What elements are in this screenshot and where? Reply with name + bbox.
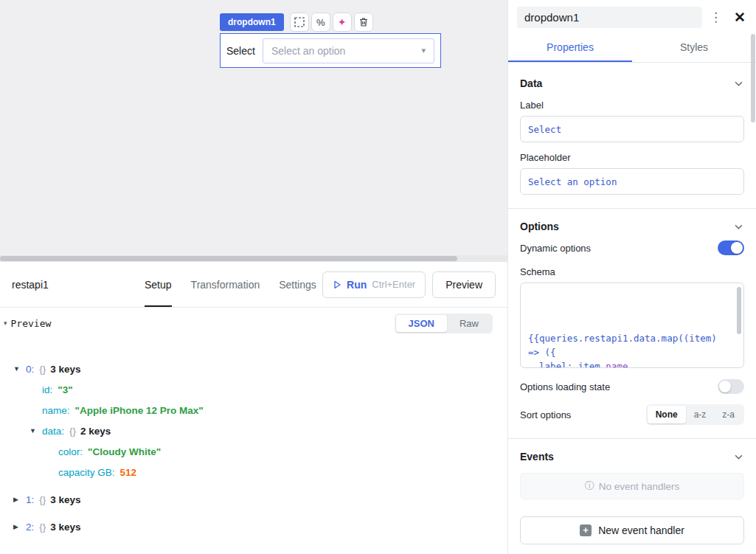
placeholder-input[interactable]: Select an option — [520, 168, 744, 195]
preview-bar: ▾ Preview JSONRaw — [0, 308, 507, 339]
delete-widget-button[interactable] — [354, 13, 373, 32]
section-divider — [508, 438, 756, 439]
tree-braces: {} — [69, 426, 76, 437]
info-icon: ⓘ — [585, 479, 594, 493]
json-tree-row[interactable]: ▶2:{}3 keys — [10, 516, 507, 537]
dropdown-widget-label: Select — [226, 45, 255, 57]
chevron-down-icon[interactable] — [733, 449, 744, 463]
tree-braces: {} — [39, 364, 46, 375]
preview-mode-json[interactable]: JSON — [396, 315, 447, 332]
query-tabs: SetupTransformationSettings — [145, 262, 316, 307]
dropdown-widget[interactable]: Select Select an option ▾ — [220, 33, 441, 68]
inspector-tab-styles[interactable]: Styles — [632, 34, 756, 62]
run-label: Run — [347, 279, 367, 291]
widget-toolbar: % ✦ — [290, 13, 373, 32]
json-tree-row[interactable]: ▼data:{}2 keys — [10, 420, 507, 441]
no-event-handlers-text: No event handlers — [599, 481, 680, 492]
dynamic-options-toggle[interactable] — [718, 240, 744, 255]
preview-mode-raw[interactable]: Raw — [447, 315, 491, 332]
query-header: restapi1 SetupTransformationSettings Run… — [0, 262, 507, 308]
collapse-icon[interactable]: ▼ — [30, 427, 42, 434]
tree-key: capacity GB: — [58, 467, 115, 478]
sort-options-label: Sort options — [520, 409, 571, 420]
query-tab-settings[interactable]: Settings — [279, 262, 316, 307]
options-loading-label: Options loading state — [520, 381, 610, 392]
tree-keys-count: 3 keys — [50, 494, 80, 505]
tree-key: name: — [42, 405, 70, 416]
close-icon[interactable]: ✕ — [729, 9, 750, 26]
sort-option-none[interactable]: None — [648, 406, 686, 423]
widget-chrome: dropdown1 % ✦ — [220, 13, 373, 32]
kebab-menu-icon[interactable]: ⋮ — [705, 10, 726, 25]
trash-icon — [358, 17, 369, 27]
section-divider — [508, 208, 756, 209]
data-section-title: Data — [520, 77, 542, 89]
play-icon — [333, 280, 341, 289]
json-tree-row[interactable]: ▶1:{}3 keys — [10, 489, 507, 510]
canvas[interactable]: dropdown1 % ✦ Select Select an option ▾ — [0, 0, 507, 262]
placeholder-field-label: Placeholder — [520, 152, 744, 163]
label-field-label: Label — [520, 100, 744, 111]
chevron-down-icon[interactable] — [733, 219, 744, 233]
json-tree-row: capacity GB:512 — [10, 462, 507, 482]
horizontal-scrollbar[interactable] — [0, 255, 507, 262]
query-panel: restapi1 SetupTransformationSettings Run… — [0, 262, 507, 554]
new-event-handler-button[interactable]: + New event handler — [520, 516, 744, 544]
code-line: => ({ — [528, 345, 736, 359]
new-event-handler-label: New event handler — [598, 524, 684, 536]
query-name: restapi1 — [12, 279, 119, 291]
code-editor-scrollbar[interactable] — [737, 287, 741, 334]
tree-keys-count: 3 keys — [50, 522, 80, 533]
tree-key: 0: — [26, 364, 34, 375]
percent-icon[interactable]: % — [311, 13, 330, 32]
dynamic-options-label: Dynamic options — [520, 243, 591, 254]
no-event-handlers-box: ⓘ No event handlers — [520, 473, 744, 499]
run-button[interactable]: Run Ctrl+Enter — [322, 271, 426, 298]
preview-mode-toggle: JSONRaw — [395, 314, 493, 333]
app-root: dropdown1 % ✦ Select Select an option ▾ — [0, 0, 756, 554]
sort-option-a-z[interactable]: a-z — [686, 406, 715, 423]
tree-keys-count: 2 keys — [80, 426, 111, 437]
left-column: dropdown1 % ✦ Select Select an option ▾ — [0, 0, 507, 554]
options-loading-toggle[interactable] — [718, 379, 744, 394]
expand-icon[interactable]: ▶ — [13, 496, 26, 503]
inspector-panel: dropdown1 ⋮ ✕ PropertiesStyles Data Labe… — [507, 0, 756, 554]
inspector-tab-properties[interactable]: Properties — [508, 34, 632, 62]
chevron-down-icon[interactable] — [733, 76, 744, 90]
code-line: label: item.name, — [528, 359, 736, 368]
options-loading-row: Options loading state — [520, 379, 744, 394]
inspector-tabs: PropertiesStyles — [508, 34, 756, 63]
dropdown-select[interactable]: Select an option ▾ — [263, 38, 434, 63]
query-tab-transformation[interactable]: Transformation — [191, 262, 260, 307]
tree-key: id: — [42, 384, 52, 395]
options-section-header: Options — [520, 219, 744, 233]
sort-options-row: Sort options Nonea-zz-a — [520, 404, 744, 425]
preview-button[interactable]: Preview — [432, 271, 496, 298]
tree-key: 1: — [26, 494, 34, 505]
tree-key: data: — [42, 426, 64, 437]
events-section-title: Events — [520, 451, 554, 463]
horizontal-scrollbar-thumb[interactable] — [0, 256, 457, 261]
query-tab-setup[interactable]: Setup — [145, 262, 172, 307]
label-input[interactable]: Select — [520, 116, 744, 142]
select-area-icon[interactable] — [290, 13, 309, 32]
collapse-preview-icon[interactable]: ▾ — [4, 319, 7, 327]
ai-sparkle-icon[interactable]: ✦ — [333, 13, 352, 32]
widget-name-tag[interactable]: dropdown1 — [220, 13, 284, 31]
json-tree-row: color:"Cloudy White" — [10, 441, 507, 462]
expand-icon[interactable]: ▶ — [13, 523, 26, 530]
dynamic-options-row: Dynamic options — [520, 240, 744, 255]
inspector-header: dropdown1 ⋮ ✕ — [508, 0, 756, 30]
json-tree-row[interactable]: ▼0:{}3 keys — [10, 359, 507, 379]
sort-options-segmented: Nonea-zz-a — [646, 404, 744, 425]
query-actions: Run Ctrl+Enter Preview — [322, 271, 496, 298]
dashed-box-icon — [294, 17, 305, 27]
dropdown-placeholder: Select an option — [271, 45, 422, 57]
tree-value: "3" — [58, 384, 72, 395]
schema-code-editor[interactable]: {{queries.restapi1.data.map((item)=> ({ … — [520, 283, 744, 368]
sort-option-z-a[interactable]: z-a — [714, 406, 743, 423]
inspector-scrollbar[interactable] — [751, 34, 755, 122]
tree-key: 2: — [26, 522, 34, 533]
collapse-icon[interactable]: ▼ — [13, 365, 26, 373]
widget-name-field[interactable]: dropdown1 — [517, 7, 702, 28]
